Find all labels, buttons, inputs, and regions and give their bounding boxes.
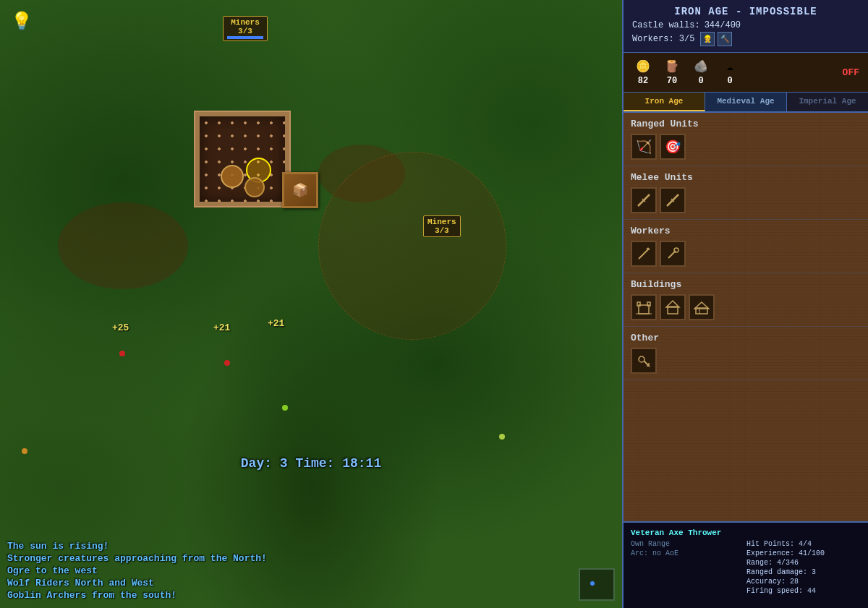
buildings-section: Buildings [624,273,868,327]
castle-walls-label: Castle walls: [632,20,700,30]
svg-rect-7 [639,305,649,314]
tab-medieval-age[interactable]: Medieval Age [705,93,787,111]
key-icon [637,354,651,368]
ranged-units-section: Ranged Units 🏹 🎯 [624,113,868,166]
castle-walls-value: 344/400 [705,20,741,30]
minimap[interactable] [579,568,615,601]
map-dot-item [499,434,505,440]
castle-walls-row: Castle walls: 344/400 [632,20,859,30]
own-range-val: Arc: no AoE [631,549,745,557]
unit-info-name: Veteran Axe Thrower [631,528,861,537]
message-line-3: Ogre to the west [7,565,267,576]
melee-unit-icon-2[interactable] [660,187,686,213]
building-icon-3[interactable] [689,294,715,320]
gold-popup-1: +25 [112,322,129,333]
workers-section-title: Workers [631,226,861,236]
gold-popup-2: +21 [213,322,230,333]
sword-icon-2 [665,193,680,207]
miners-label-mid: Miners 3/3 [423,215,461,237]
melee-units-section: Melee Units [624,166,868,220]
building-icon-2[interactable] [660,294,686,320]
message-log: The sun is rising! Stronger creatures ap… [7,541,267,601]
game-title: IRON AGE - IMPOSSIBLE [632,6,859,17]
unit-avatar[interactable] [244,177,265,197]
other-icon-1[interactable] [631,348,657,374]
house-icon [665,299,681,315]
resources-bar: 🪙 82 🪵 70 🪨 0 ☁️ 0 OFF [624,53,868,93]
building-icon-1[interactable] [631,294,657,320]
firing-speed-value: Firing speed: 44 [746,587,861,595]
map-dot-enemy [224,360,230,366]
message-line-5: Goblin Archers from the south! [7,590,267,601]
own-range-label: Own Range [631,540,745,548]
buildings-section-title: Buildings [631,279,861,290]
unit-info-panel: Veteran Axe Thrower Own Range Hit Points… [624,521,868,608]
message-line-1: The sun is rising! [7,541,267,552]
food-icon: ☁️ [719,59,741,74]
svg-rect-9 [647,302,650,306]
svg-rect-8 [637,302,640,306]
lightbulb-icon[interactable]: 💡 [11,11,33,33]
resource-stone: 🪨 0 [690,59,712,86]
worker-unit-icon-1[interactable] [631,241,657,267]
building-dots [200,116,285,202]
map-dot-item [22,448,27,454]
other-section: Other [624,327,868,380]
ranged-icons-row: 🏹 🎯 [631,134,861,160]
tower-icon [636,299,652,315]
workers-label: Workers: 3/5 [632,34,694,44]
wood-value: 70 [667,76,677,86]
message-line-2: Stronger creatures approaching from the … [7,553,267,564]
unit-info-grid: Own Range Hit Points: 4/4 Arc: no AoE Ex… [631,540,861,595]
worker-icons: 👷 🔨 [700,32,732,46]
pickaxe-icon [637,247,651,261]
food-value: 0 [727,76,732,86]
other-section-title: Other [631,333,861,343]
melee-units-title: Melee Units [631,172,861,183]
svg-point-6 [674,248,678,252]
health-bar [227,36,263,39]
ranged-units-title: Ranged Units [631,119,861,129]
ranged-damage-value: Ranged damage: 3 [746,568,861,576]
melee-icons-row [631,187,861,213]
gold-value: 82 [638,76,648,86]
hit-points-value: Hit Points: 4/4 [746,540,861,548]
melee-unit-icon-1[interactable] [631,187,657,213]
accuracy-value: Accuracy: 28 [746,578,861,586]
unit-avatar[interactable] [221,165,244,188]
worker-unit-icon-2[interactable] [660,241,686,267]
shelter-icon [694,299,710,315]
range-circle [318,152,506,340]
gold-popup-3: +21 [268,318,284,329]
map-dot-item [282,405,288,411]
stone-value: 0 [698,76,703,86]
worker-icon-1[interactable]: 👷 [700,32,715,46]
game-viewport: 📦 Miners 3/3 Miners 3/3 +25 +21 +21 💡 Da… [0,0,622,608]
health-bar-fill [227,36,263,39]
gold-icon: 🪙 [632,59,654,74]
workers-section: Workers [624,220,868,273]
wood-icon: 🪵 [661,59,683,74]
worker-icon-2[interactable]: 🔨 [718,32,732,46]
ranged-unit-icon-1[interactable]: 🏹 [631,134,657,160]
tab-imperial-age[interactable]: Imperial Age [787,93,868,111]
resource-gold: 🪙 82 [632,59,654,86]
svg-line-4 [639,249,649,259]
building-structure[interactable] [195,112,289,206]
experience-value: Experience: 41/100 [746,549,861,557]
resource-off-status: OFF [843,67,859,78]
ranged-unit-icon-2[interactable]: 🎯 [660,134,686,160]
day-time-display: Day: 3 Time: 18:11 [241,456,381,471]
map-dot-enemy [119,351,125,356]
resource-wood: 🪵 70 [661,59,683,86]
wrench-icon [665,247,680,261]
workers-icons-row [631,241,861,267]
other-icons-row [631,348,861,374]
top-info-bar: IRON AGE - IMPOSSIBLE Castle walls: 344/… [624,0,868,53]
miners-label-top: Miners 3/3 [223,16,268,41]
age-tabs: Iron Age Medieval Age Imperial Age [624,93,868,113]
buildings-icons-row [631,294,861,320]
tab-iron-age[interactable]: Iron Age [624,93,705,111]
chest-building[interactable]: 📦 [282,172,318,208]
sword-icon [637,193,651,207]
